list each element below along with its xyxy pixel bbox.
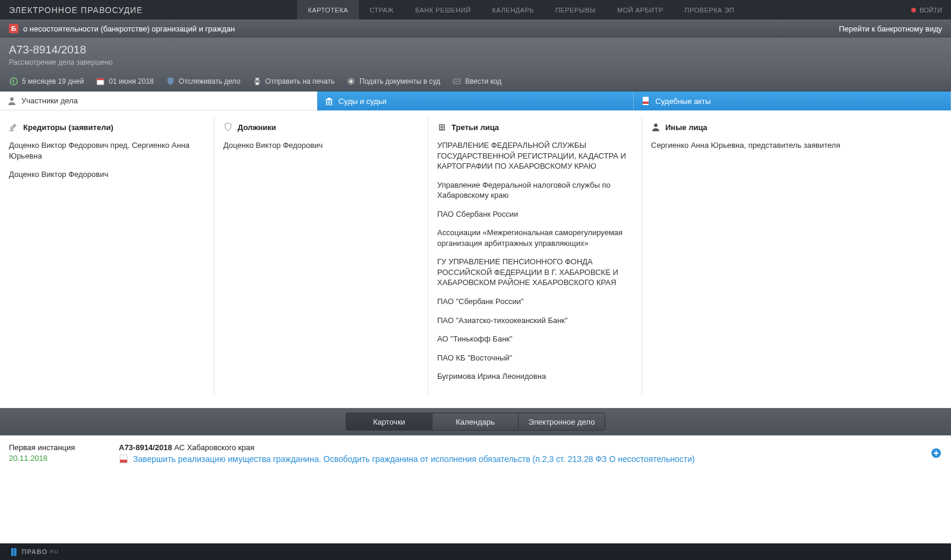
case-toolbar: 5 месяцев 19 дней 01 июня 2018 Отслежива… [0,71,951,91]
nav-kartoteka[interactable]: КАРТОТЕКА [297,0,359,20]
brand-title: ЭЛЕКТРОННОЕ ПРАВОСУДИЕ [9,5,143,15]
enter-code-button[interactable]: Ввести код [452,77,501,86]
nav-bank-resheniy[interactable]: БАНК РЕШЕНИЙ [405,0,482,20]
gavel-icon [9,122,18,132]
document-pdf-icon [641,96,650,106]
tab-participants[interactable]: Участники дела [0,91,317,110]
login-label: ВОЙТИ [920,7,942,14]
third-party-entry[interactable]: ПАО "Сбербанк России" [437,296,633,307]
other-person-entry[interactable]: Сергиенко Анна Юрьевна, представитель за… [651,140,942,151]
svg-point-10 [458,81,459,82]
svg-rect-4 [255,78,259,80]
track-label: Отслеживать дело [179,77,241,86]
tab-participants-label: Участники дела [21,96,78,105]
svg-rect-2 [97,78,104,80]
third-party-entry[interactable]: Бугримова Ирина Леонидовна [437,371,633,382]
case-date-text: 01 июня 2018 [109,77,154,86]
track-case-button[interactable]: Отслеживать дело [166,77,241,86]
bankruptcy-badge-icon: Б [9,24,18,33]
tab-acts[interactable]: Судебные акты [634,91,951,110]
case-number: А73-8914/2018 [9,43,942,56]
debtors-column: Должники Доценко Виктор Федорович [214,116,428,396]
creditor-entry[interactable]: Доценко Виктор Федорович пред. Сергиенко… [9,140,205,161]
tab-courts-label: Суды и судьи [339,97,387,106]
third-party-entry[interactable]: Управление Федеральной налоговой службы … [437,180,633,201]
other-persons-title: Иные лица [665,123,707,132]
top-navigation: ЭЛЕКТРОННОЕ ПРАВОСУДИЕ КАРТОТЕКА СТРАЖ Б… [0,0,951,20]
participants-panel: Кредиторы (заявители) Доценко Виктор Фед… [0,110,951,408]
pdf-icon [119,454,128,464]
case-date: 01 июня 2018 [96,77,154,86]
third-parties-column: Третьи лица УПРАВЛЕНИЕ ФЕДЕРАЛЬНОЙ СЛУЖБ… [428,116,642,396]
nav-items: КАРТОТЕКА СТРАЖ БАНК РЕШЕНИЙ КАЛЕНДАРЬ П… [297,0,745,20]
building-icon [437,122,447,132]
nav-proverka-ep[interactable]: ПРОВЕРКА ЭП [674,0,745,20]
event-date: 20.11.2018 [9,454,119,463]
svg-point-8 [454,81,456,82]
subheader-text: о несостоятельности (банкротстве) органи… [23,24,235,33]
nav-strazh[interactable]: СТРАЖ [359,0,405,20]
third-party-entry[interactable]: ПАО КБ "Восточный" [437,353,633,363]
bankruptcy-view-link[interactable]: Перейти к банкротному виду [839,24,942,33]
third-party-entry[interactable]: УПРАВЛЕНИЕ ФЕДЕРАЛЬНОЙ СЛУЖБЫ ГОСУДАРСТВ… [437,140,633,172]
instance-label: Первая инстанция [9,443,119,452]
login-status-icon [911,8,916,12]
other-persons-header: Иные лица [651,122,942,132]
third-party-entry[interactable]: ПАО "Азиатско-тихоокеанский Банк" [437,315,633,326]
third-parties-title: Третьи лица [451,123,499,132]
print-label: Отправить на печать [266,77,335,86]
section-tabs: Участники дела Суды и судьи Судебные акт… [0,91,951,110]
submit-label: Подать документы в суд [359,77,440,86]
case-header: А73-8914/2018 Рассмотрение дела завершен… [0,37,951,71]
case-ref-court: АС Хабаровского края [172,443,255,452]
svg-point-0 [10,78,17,85]
lower-toolbar: Карточки Календарь Электронное дело [0,408,951,435]
tab-courts[interactable]: Суды и судьи [317,91,634,110]
login-button[interactable]: ВОЙТИ [911,7,942,14]
seg-edelo[interactable]: Электронное дело [519,413,605,430]
debtors-title: Должники [238,123,276,132]
third-party-entry[interactable]: АО "Тинькофф Банк" [437,334,633,344]
plus-circle-icon [346,77,356,86]
svg-point-11 [10,97,14,101]
svg-rect-13 [643,102,649,104]
shield-icon [166,77,175,86]
printer-icon [252,77,262,86]
duration-text: 5 месяцев 19 дней [22,77,84,86]
third-party-entry[interactable]: ГУ УПРАВЛЕНИЕ ПЕНСИОННОГО ФОНДА РОССИЙСК… [437,257,633,288]
case-event-row: Первая инстанция 20.11.2018 А73-8914/201… [0,435,951,488]
third-party-entry[interactable]: Ассоциации «Межрегиональная саморегулиру… [437,227,633,248]
debtors-header: Должники [223,122,419,132]
debtor-entry[interactable]: Доценко Виктор Федорович [223,140,419,151]
other-persons-column: Иные лица Сергиенко Анна Юрьевна, предст… [642,116,951,396]
print-button[interactable]: Отправить на печать [252,77,335,86]
seg-calendar[interactable]: Календарь [432,413,519,430]
document-line: Завершить реализацию имущества гражданин… [119,454,930,464]
third-parties-header: Третьи лица [437,122,633,132]
svg-point-9 [456,81,457,82]
courthouse-icon [324,96,334,106]
expand-button[interactable] [930,447,942,459]
case-reference: А73-8914/2018 АС Хабаровского края [119,443,930,452]
duration-indicator: 5 месяцев 19 дней [9,77,84,86]
creditors-header: Кредиторы (заявители) [9,122,205,132]
svg-rect-15 [440,125,441,126]
event-left: Первая инстанция 20.11.2018 [9,443,119,463]
submit-docs-button[interactable]: Подать документы в суд [346,77,440,86]
svg-point-19 [654,124,658,127]
creditors-column: Кредиторы (заявители) Доценко Виктор Фед… [0,116,214,396]
creditor-entry[interactable]: Доценко Виктор Федорович [9,169,205,180]
nav-pereryvy[interactable]: ПЕРЕРЫВЫ [545,0,606,20]
document-link[interactable]: Завершить реализацию имущества гражданин… [133,454,695,464]
svg-rect-18 [443,128,444,129]
nav-moy-arbitr[interactable]: МОЙ АРБИТР [606,0,674,20]
shield-outline-icon [223,122,233,132]
seg-cards[interactable]: Карточки [346,413,432,430]
third-party-entry[interactable]: ПАО Сбербанк России [437,209,633,220]
view-segmented-control: Карточки Календарь Электронное дело [346,413,605,431]
nav-kalendar[interactable]: КАЛЕНДАРЬ [482,0,545,20]
keypad-icon [452,77,462,86]
svg-rect-5 [255,83,259,85]
subheader: Б о несостоятельности (банкротстве) орга… [0,20,951,37]
event-middle: А73-8914/2018 АС Хабаровского края Завер… [119,443,930,464]
